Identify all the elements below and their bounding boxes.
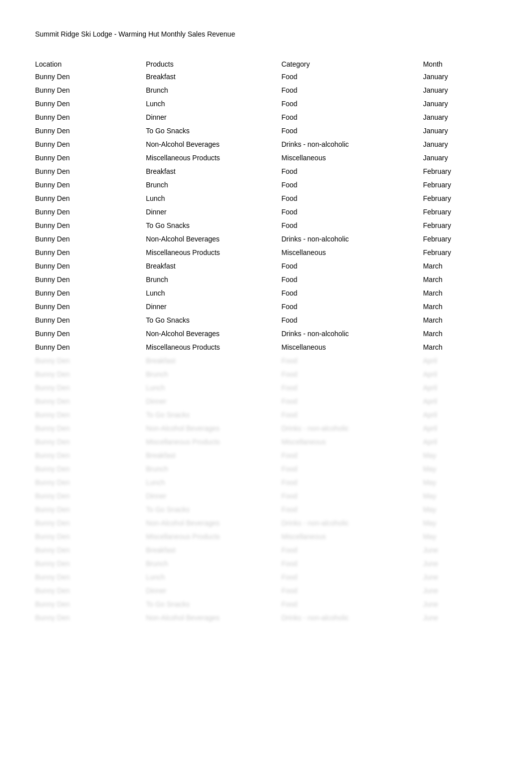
cell-location: Bunny Den [35, 232, 146, 246]
cell-month-blurred: May [423, 530, 497, 544]
cell-location-blurred: Bunny Den [35, 435, 146, 449]
cell-category: Miscellaneous [282, 151, 423, 165]
cell-category: Food [282, 314, 423, 327]
cell-location: Bunny Den [35, 178, 146, 192]
cell-products-blurred: To Go Snacks [146, 598, 281, 611]
cell-month-blurred: April [423, 368, 497, 381]
table-row-blurred: Bunny DenTo Go SnacksFoodApril [35, 408, 497, 422]
cell-month-blurred: May [423, 503, 497, 516]
cell-category-blurred: Food [282, 408, 423, 422]
header-category: Category [282, 58, 423, 70]
table-row: Bunny DenBreakfastFoodMarch [35, 259, 497, 273]
cell-location: Bunny Den [35, 151, 146, 165]
cell-category-blurred: Miscellaneous [282, 435, 423, 449]
cell-month-blurred: May [423, 476, 497, 489]
cell-location: Bunny Den [35, 327, 146, 341]
cell-products: Non-Alcohol Beverages [146, 327, 281, 341]
cell-location-blurred: Bunny Den [35, 544, 146, 557]
cell-category-blurred: Food [282, 544, 423, 557]
cell-category-blurred: Food [282, 476, 423, 489]
cell-location: Bunny Den [35, 111, 146, 124]
cell-month: March [423, 287, 497, 300]
cell-location-blurred: Bunny Den [35, 571, 146, 584]
table-row: Bunny DenNon-Alcohol BeveragesDrinks - n… [35, 232, 497, 246]
header-location: Location [35, 58, 146, 70]
cell-products-blurred: Lunch [146, 571, 281, 584]
table-row: Bunny DenDinnerFoodMarch [35, 300, 497, 314]
header-month: Month [423, 58, 497, 70]
cell-products: Non-Alcohol Beverages [146, 138, 281, 151]
cell-category-blurred: Drinks - non-alcoholic [282, 422, 423, 435]
cell-month: February [423, 246, 497, 259]
cell-location-blurred: Bunny Den [35, 462, 146, 476]
cell-category: Food [282, 300, 423, 314]
cell-products: Breakfast [146, 165, 281, 178]
cell-products: Miscellaneous Products [146, 341, 281, 354]
table-row: Bunny DenDinnerFoodFebruary [35, 205, 497, 219]
cell-location: Bunny Den [35, 219, 146, 232]
cell-products: Lunch [146, 287, 281, 300]
cell-category: Food [282, 124, 423, 138]
cell-month-blurred: June [423, 544, 497, 557]
cell-month: January [423, 97, 497, 111]
cell-category-blurred: Food [282, 395, 423, 408]
cell-location-blurred: Bunny Den [35, 530, 146, 544]
cell-category-blurred: Drinks - non-alcoholic [282, 516, 423, 530]
cell-products: Miscellaneous Products [146, 246, 281, 259]
cell-location-blurred: Bunny Den [35, 557, 146, 571]
cell-category: Food [282, 287, 423, 300]
cell-products-blurred: Dinner [146, 395, 281, 408]
cell-month: March [423, 327, 497, 341]
cell-month: January [423, 111, 497, 124]
cell-location-blurred: Bunny Den [35, 368, 146, 381]
cell-location-blurred: Bunny Den [35, 354, 146, 368]
table-row-blurred: Bunny DenBreakfastFoodJune [35, 544, 497, 557]
cell-location: Bunny Den [35, 246, 146, 259]
cell-month-blurred: April [423, 422, 497, 435]
table-row-blurred: Bunny DenBrunchFoodApril [35, 368, 497, 381]
cell-month: March [423, 300, 497, 314]
cell-month-blurred: April [423, 408, 497, 422]
cell-location: Bunny Den [35, 124, 146, 138]
cell-products: Non-Alcohol Beverages [146, 232, 281, 246]
table-row-blurred: Bunny DenLunchFoodJune [35, 571, 497, 584]
cell-products-blurred: To Go Snacks [146, 408, 281, 422]
cell-products-blurred: Dinner [146, 489, 281, 503]
cell-month: March [423, 273, 497, 287]
cell-category-blurred: Food [282, 557, 423, 571]
table-row: Bunny DenBrunchFoodJanuary [35, 84, 497, 97]
cell-month: March [423, 341, 497, 354]
cell-category: Food [282, 178, 423, 192]
cell-products-blurred: Miscellaneous Products [146, 530, 281, 544]
cell-products-blurred: Non-Alcohol Beverages [146, 516, 281, 530]
cell-category: Food [282, 84, 423, 97]
cell-month: February [423, 192, 497, 205]
cell-month: January [423, 138, 497, 151]
table-row: Bunny DenTo Go SnacksFoodJanuary [35, 124, 497, 138]
table-header-row: Location Products Category Month [35, 58, 497, 70]
cell-products: Dinner [146, 300, 281, 314]
cell-month: March [423, 314, 497, 327]
cell-month: February [423, 232, 497, 246]
cell-category-blurred: Drinks - non-alcoholic [282, 611, 423, 625]
cell-month-blurred: June [423, 584, 497, 598]
cell-products: To Go Snacks [146, 124, 281, 138]
cell-category: Food [282, 70, 423, 84]
cell-products: Miscellaneous Products [146, 151, 281, 165]
cell-category: Food [282, 219, 423, 232]
cell-location: Bunny Den [35, 273, 146, 287]
cell-products: Breakfast [146, 70, 281, 84]
cell-products-blurred: Lunch [146, 476, 281, 489]
cell-category-blurred: Food [282, 354, 423, 368]
cell-month-blurred: May [423, 462, 497, 476]
cell-month: February [423, 178, 497, 192]
cell-month: January [423, 70, 497, 84]
cell-products-blurred: Breakfast [146, 544, 281, 557]
cell-location-blurred: Bunny Den [35, 503, 146, 516]
cell-month: February [423, 205, 497, 219]
table-row-blurred: Bunny DenLunchFoodMay [35, 476, 497, 489]
cell-category-blurred: Food [282, 449, 423, 462]
cell-category: Drinks - non-alcoholic [282, 138, 423, 151]
cell-location-blurred: Bunny Den [35, 598, 146, 611]
table-row-blurred: Bunny DenNon-Alcohol BeveragesDrinks - n… [35, 516, 497, 530]
